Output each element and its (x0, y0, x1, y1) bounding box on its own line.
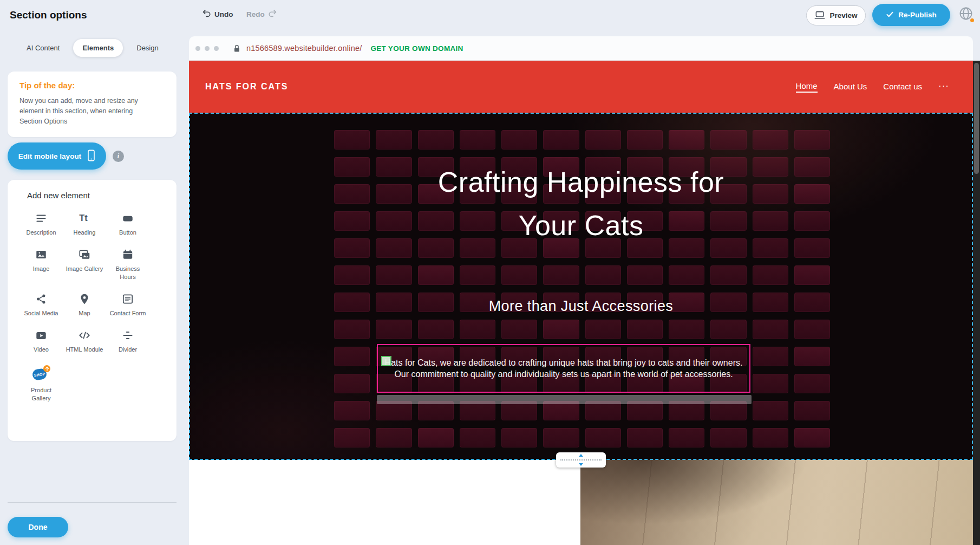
nav-about-us[interactable]: About Us (834, 82, 867, 92)
element-description[interactable]: Description (19, 212, 63, 236)
preview-label: Preview (829, 11, 857, 20)
republish-button[interactable]: Re-Publish (872, 4, 950, 26)
section-resize-handle[interactable] (556, 452, 606, 468)
tab-design[interactable]: Design (127, 39, 167, 57)
republish-label: Re-Publish (898, 11, 937, 19)
image-icon (35, 248, 48, 261)
sidebar-divider (8, 502, 177, 503)
tip-title: Tip of the day: (19, 81, 167, 90)
tab-ai-content[interactable]: AI Content (17, 39, 69, 57)
undo-icon (201, 9, 211, 20)
hero-section[interactable]: Crafting Happiness for Your Cats More th… (189, 113, 973, 460)
tip-of-the-day-card: Tip of the day: Now you can add, move an… (8, 72, 177, 137)
element-button[interactable]: Button (106, 212, 149, 236)
site-url: n1566589.websitebuilder.online/ (246, 44, 362, 53)
add-element-title: Add new element (8, 191, 177, 200)
selected-text-element[interactable]: Hats for Cats, we are dedicated to craft… (377, 344, 750, 393)
description-icon (35, 212, 48, 225)
element-image[interactable]: Image (19, 248, 63, 272)
sidebar-tabs: AI Content Elements Design (17, 39, 168, 57)
get-your-own-domain-link[interactable]: GET YOUR OWN DOMAIN (370, 44, 463, 53)
hero-heading[interactable]: Crafting Happiness for Your Cats (190, 160, 972, 247)
info-icon[interactable]: i (113, 151, 124, 162)
preview-button[interactable]: Preview (806, 5, 866, 25)
notification-dot (970, 18, 974, 22)
nav-home[interactable]: Home (796, 81, 818, 93)
element-product-gallery[interactable]: SHOP Product Gallery (19, 365, 63, 402)
element-divider[interactable]: Divider (106, 329, 149, 353)
element-contact-form[interactable]: Contact Form (106, 293, 149, 317)
site-header[interactable]: HATS FOR CATS Home About Us Contact us ·… (189, 61, 973, 113)
social-media-icon (35, 293, 48, 306)
add-element-panel: Add new element Description Tt Heading (8, 180, 177, 441)
svg-text:Tt: Tt (79, 213, 88, 223)
divider-icon (121, 329, 134, 342)
nav-more-icon[interactable]: ··· (938, 81, 949, 93)
window-dots (195, 46, 219, 51)
scrollbar-thumb[interactable] (974, 63, 979, 174)
browser-bar: n1566589.websitebuilder.online/ GET YOUR… (189, 36, 973, 61)
redo-button[interactable]: Redo (246, 9, 278, 20)
page-title: Section options (10, 9, 87, 21)
site-logo: HATS FOR CATS (205, 82, 288, 92)
done-button[interactable]: Done (8, 517, 68, 537)
element-grid: Description Tt Heading Button (8, 212, 177, 402)
undo-button[interactable]: Undo (201, 9, 233, 20)
image-gallery-icon (78, 248, 91, 261)
nav-contact-us[interactable]: Contact us (883, 82, 922, 92)
pavement-photo (580, 460, 973, 545)
tip-body: Now you can add, move and resize any ele… (19, 96, 156, 126)
scrollbar-track[interactable] (973, 61, 980, 545)
phone-icon (87, 150, 95, 163)
site-nav: Home About Us Contact us ··· (796, 61, 949, 113)
code-icon (78, 329, 91, 342)
contact-form-icon (121, 293, 134, 306)
product-gallery-icon: SHOP (32, 365, 50, 382)
redo-label: Redo (246, 10, 265, 18)
check-icon (886, 11, 894, 20)
element-image-gallery[interactable]: Image Gallery (63, 248, 106, 272)
undo-label: Undo (214, 10, 233, 18)
lock-icon (233, 44, 241, 53)
hero-subheading[interactable]: More than Just Accessories (190, 298, 972, 315)
site-preview: HATS FOR CATS Home About Us Contact us ·… (189, 61, 973, 545)
element-html-module[interactable]: HTML Module (63, 329, 106, 353)
element-social-media[interactable]: Social Media (19, 293, 63, 317)
video-icon (35, 329, 48, 342)
element-ghost-bar (377, 395, 752, 404)
edit-mobile-layout-button[interactable]: Edit mobile layout (8, 142, 106, 170)
map-pin-icon (78, 293, 91, 306)
heading-icon: Tt (78, 212, 91, 225)
redo-icon (268, 9, 278, 20)
element-map[interactable]: Map (63, 293, 106, 317)
business-hours-icon (121, 248, 134, 261)
language-globe-button[interactable] (956, 5, 976, 24)
tab-elements[interactable]: Elements (73, 39, 123, 57)
element-heading[interactable]: Tt Heading (63, 212, 106, 236)
monitor-icon (814, 10, 825, 21)
next-section[interactable] (189, 460, 973, 545)
drag-handle[interactable] (381, 356, 391, 366)
element-video[interactable]: Video (19, 329, 63, 353)
upgrade-badge-icon (43, 365, 50, 372)
edit-mobile-label: Edit mobile layout (18, 152, 81, 160)
button-icon (121, 212, 134, 225)
element-business-hours[interactable]: Business Hours (106, 248, 149, 281)
hero-body-text: Hats for Cats, we are dedicated to craft… (383, 357, 744, 380)
